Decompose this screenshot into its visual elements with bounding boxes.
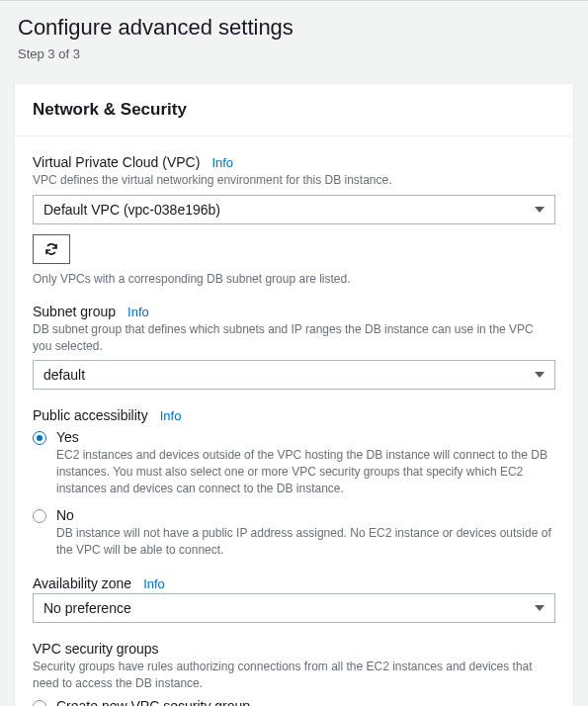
sg-field: VPC security groups Security groups have… bbox=[33, 641, 555, 706]
az-select[interactable]: No preference bbox=[33, 593, 555, 623]
sg-radio-create[interactable]: Create new VPC security group bbox=[33, 698, 555, 706]
panel-title: Network & Security bbox=[33, 100, 555, 120]
sg-radio-group: Create new VPC security group Choose exi… bbox=[33, 698, 555, 706]
chevron-down-icon bbox=[535, 372, 545, 378]
vpc-field: Virtual Private Cloud (VPC) Info VPC def… bbox=[33, 154, 555, 286]
az-info-link[interactable]: Info bbox=[143, 576, 165, 591]
public-radio-no[interactable]: No DB instance will not have a public IP… bbox=[33, 507, 555, 559]
vpc-refresh-button[interactable] bbox=[33, 234, 70, 264]
sg-label: VPC security groups bbox=[33, 641, 159, 657]
step-indicator: Step 3 of 3 bbox=[18, 46, 570, 61]
subnet-desc: DB subnet group that defines which subne… bbox=[33, 321, 555, 355]
public-info-link[interactable]: Info bbox=[160, 408, 182, 423]
vpc-select-value: Default VPC (vpc-038e196b) bbox=[43, 202, 220, 218]
public-label: Public accessibility bbox=[33, 407, 148, 423]
vpc-select[interactable]: Default VPC (vpc-038e196b) bbox=[33, 195, 555, 224]
sg-desc: Security groups have rules authorizing c… bbox=[33, 659, 555, 692]
subnet-label-row: Subnet group Info bbox=[33, 304, 555, 319]
radio-icon bbox=[33, 509, 46, 523]
chevron-down-icon bbox=[535, 207, 545, 213]
radio-label: No bbox=[56, 507, 555, 523]
vpc-helper: Only VPCs with a corresponding DB subnet… bbox=[33, 272, 555, 286]
public-radio-yes[interactable]: Yes EC2 instances and devices outside of… bbox=[33, 429, 555, 496]
chevron-down-icon bbox=[535, 605, 545, 611]
subnet-select-value: default bbox=[43, 367, 85, 383]
sg-label-row: VPC security groups bbox=[33, 641, 555, 657]
vpc-desc: VPC defines the virtual networking envir… bbox=[33, 172, 555, 189]
subnet-field: Subnet group Info DB subnet group that d… bbox=[33, 304, 555, 391]
vpc-label: Virtual Private Cloud (VPC) bbox=[33, 154, 200, 170]
az-label: Availability zone bbox=[33, 575, 131, 591]
radio-desc: DB instance will not have a public IP ad… bbox=[56, 525, 555, 559]
network-security-panel: Network & Security Virtual Private Cloud… bbox=[14, 83, 574, 706]
az-select-value: No preference bbox=[43, 600, 131, 616]
public-radio-group: Yes EC2 instances and devices outside of… bbox=[33, 429, 555, 558]
public-label-row: Public accessibility Info bbox=[33, 407, 555, 423]
vpc-info-link[interactable]: Info bbox=[211, 155, 233, 170]
panel-body: Virtual Private Cloud (VPC) Info VPC def… bbox=[15, 136, 573, 706]
radio-icon bbox=[33, 700, 46, 706]
az-field: Availability zone Info No preference bbox=[33, 575, 555, 623]
radio-icon bbox=[33, 431, 46, 445]
refresh-icon bbox=[43, 241, 59, 257]
vpc-label-row: Virtual Private Cloud (VPC) Info bbox=[33, 154, 555, 170]
subnet-select[interactable]: default bbox=[33, 360, 555, 390]
panel-header: Network & Security bbox=[15, 84, 573, 136]
radio-desc: EC2 instances and devices outside of the… bbox=[56, 447, 555, 496]
radio-label: Yes bbox=[56, 429, 555, 445]
public-field: Public accessibility Info Yes EC2 instan… bbox=[33, 407, 555, 558]
page-title: Configure advanced settings bbox=[18, 15, 570, 41]
radio-label: Create new VPC security group bbox=[56, 698, 250, 706]
subnet-label: Subnet group bbox=[33, 304, 116, 319]
subnet-info-link[interactable]: Info bbox=[127, 305, 149, 319]
page-header: Configure advanced settings Step 3 of 3 bbox=[0, 0, 588, 71]
az-label-row: Availability zone Info bbox=[33, 575, 555, 591]
